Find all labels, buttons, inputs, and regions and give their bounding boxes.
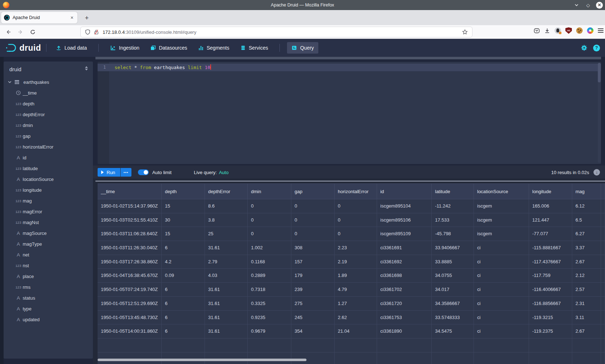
table-cell[interactable]: 6	[162, 283, 205, 297]
table-cell[interactable]: 33.9406667	[432, 241, 474, 255]
new-tab-button[interactable]: +	[82, 13, 91, 23]
table-cell[interactable]: -117.759	[529, 269, 572, 283]
tree-column-horizontalError[interactable]: 123horizontalError	[4, 141, 93, 152]
table-cell[interactable]: ci	[474, 283, 529, 297]
table-cell[interactable]: 2.12	[572, 269, 601, 283]
table-cell[interactable]: 31.61	[205, 297, 248, 311]
column-header-dmin[interactable]: dmin	[248, 183, 291, 199]
table-cell[interactable]: 1950-01-02T15:14:37.960Z	[98, 199, 162, 213]
sql-editor[interactable]: 1 select * from earthquakes limit 10	[98, 62, 601, 164]
forward-icon[interactable]	[16, 27, 25, 37]
table-cell[interactable]: 1950-01-03T11:06:28.640Z	[98, 227, 162, 241]
table-cell[interactable]: -115.8881667	[529, 241, 572, 255]
tree-column-nst[interactable]: 123nst	[4, 260, 93, 271]
tree-column-latitude[interactable]: 123latitude	[4, 163, 93, 174]
sort-icon[interactable]	[85, 66, 88, 70]
table-cell[interactable]: 1.89	[335, 269, 377, 283]
table-cell[interactable]: ci	[474, 255, 529, 269]
table-cell[interactable]: 275	[291, 297, 335, 311]
table-cell[interactable]: 8.6	[205, 199, 248, 213]
table-cell[interactable]: 6	[162, 241, 205, 255]
table-cell[interactable]: 0	[291, 227, 335, 241]
table-cell[interactable]: -11.242	[432, 199, 474, 213]
table-cell[interactable]: -116.4006667	[529, 283, 572, 297]
table-cell[interactable]: 2.67	[572, 324, 601, 338]
tree-column-place[interactable]: Aplace	[4, 271, 93, 282]
table-cell[interactable]: 165.006	[529, 199, 572, 213]
table-cell[interactable]: ci	[474, 297, 529, 311]
table-cell[interactable]: 0.09	[162, 269, 205, 283]
table-cell[interactable]: 15	[162, 199, 205, 213]
window-close-button[interactable]: ✕	[596, 2, 603, 9]
table-cell[interactable]: 31.61	[205, 283, 248, 297]
tree-column-net[interactable]: Anet	[4, 249, 93, 260]
table-cell[interactable]: ci	[474, 324, 529, 338]
run-more-button[interactable]: •••	[121, 168, 131, 177]
table-cell[interactable]: 0	[291, 213, 335, 227]
nav-services[interactable]: Services	[236, 42, 273, 54]
column-header-__time[interactable]: __time	[98, 183, 162, 199]
table-cell[interactable]: -116.8856667	[529, 297, 572, 311]
tree-column-type[interactable]: Atype	[4, 303, 93, 314]
table-cell[interactable]	[601, 255, 605, 269]
column-header-longitude[interactable]: longitude	[529, 183, 572, 199]
table-cell[interactable]: iscgem	[474, 213, 529, 227]
table-cell[interactable]: ci	[474, 241, 529, 255]
table-cell[interactable]: 6.12	[572, 199, 601, 213]
table-cell[interactable]: 34.5475	[432, 324, 474, 338]
table-cell[interactable]: 1950-01-03T17:26:38.860Z	[98, 255, 162, 269]
table-cell[interactable]: 1950-01-04T16:38:45.670Z	[98, 269, 162, 283]
broken-lock-icon[interactable]	[94, 29, 99, 35]
table-cell[interactable]: 1950-01-03T11:26:30.040Z	[98, 241, 162, 255]
table-cell[interactable]: iscgem895109	[377, 227, 432, 241]
tree-column-updated[interactable]: Aupdated	[4, 314, 93, 325]
table-cell[interactable]: 0.9235	[248, 311, 291, 325]
table-cell[interactable]: 4.79	[335, 283, 377, 297]
tree-column-magError[interactable]: 123magError	[4, 206, 93, 217]
bookmark-star-icon[interactable]	[462, 29, 468, 35]
table-cell[interactable]: iscgem895106	[377, 213, 432, 227]
table-cell[interactable]	[601, 213, 605, 227]
table-cell[interactable]: 0.1168	[248, 255, 291, 269]
table-cell[interactable]	[601, 283, 605, 297]
column-header-depthError[interactable]: depthError	[205, 183, 248, 199]
tree-column-mag[interactable]: 123mag	[4, 195, 93, 206]
tree-column-dmin[interactable]: 123dmin	[4, 120, 93, 131]
table-cell[interactable]	[601, 269, 605, 283]
run-button[interactable]: Run	[98, 168, 120, 177]
tree-column-id[interactable]: Aid	[4, 152, 93, 163]
nav-segments[interactable]: Segments	[194, 42, 234, 54]
table-cell[interactable]: 1950-01-03T02:51:55.410Z	[98, 213, 162, 227]
column-header-latitude[interactable]: latitude	[432, 183, 474, 199]
table-cell[interactable]: iscgem895104	[377, 199, 432, 213]
table-cell[interactable]: ci	[474, 269, 529, 283]
table-cell[interactable]: 2.79	[205, 255, 248, 269]
nav-load-data[interactable]: Load data	[51, 42, 91, 54]
table-cell[interactable]: 3.37	[572, 241, 601, 255]
editor-splitter-handle[interactable]	[95, 57, 601, 59]
table-cell[interactable]: 4.03	[205, 269, 248, 283]
table-cell[interactable]: 0.2889	[248, 269, 291, 283]
table-cell[interactable]: 31.61	[205, 241, 248, 255]
table-cell[interactable]: -119.3215	[529, 311, 572, 325]
auto-limit-toggle[interactable]	[138, 169, 149, 175]
back-icon[interactable]	[4, 27, 13, 37]
menu-icon[interactable]	[598, 28, 604, 33]
table-cell[interactable]: 0	[291, 199, 335, 213]
settings-gear-icon[interactable]	[581, 45, 587, 51]
multicolor-asterisk-icon[interactable]	[587, 27, 593, 34]
table-cell[interactable]: 0	[335, 227, 377, 241]
tree-column-locationSource[interactable]: AlocationSource	[4, 174, 93, 185]
table-cell[interactable]: -77.077	[529, 227, 572, 241]
table-cell[interactable]: ci3361753	[377, 311, 432, 325]
table-cell[interactable]: 4.2	[162, 255, 205, 269]
table-cell[interactable]: 1950-01-05T07:24:19.740Z	[98, 283, 162, 297]
tracking-shield-icon[interactable]	[85, 29, 90, 35]
table-cell[interactable]: 1950-01-05T13:45:48.730Z	[98, 311, 162, 325]
help-icon[interactable]: ?	[593, 45, 600, 51]
pocket-icon[interactable]	[534, 28, 540, 34]
nav-query[interactable]: Query	[287, 42, 318, 54]
table-cell[interactable]: 245	[291, 311, 335, 325]
tree-column-magSource[interactable]: AmagSource	[4, 228, 93, 238]
druid-logo[interactable]: druid	[5, 43, 41, 53]
